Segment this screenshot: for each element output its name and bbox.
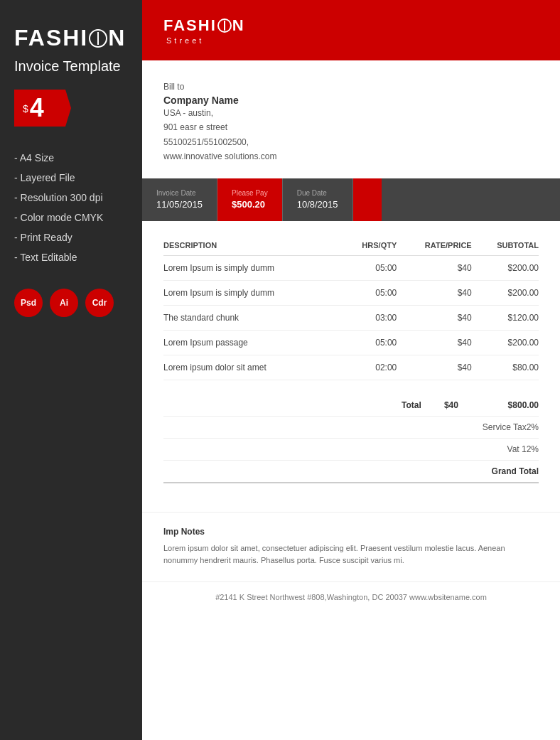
invoice-table: DESCRIPTION HRS/QTY RATE/PRICE SUBTOTAL … (163, 235, 539, 380)
vat-row: Vat 12% (163, 438, 539, 460)
due-date-label: Due Date (297, 189, 338, 197)
vat-label: Vat 12% (370, 438, 539, 460)
left-panel: FASHI N Invoice Template $ 4 A4 Size Lay… (0, 0, 142, 740)
col-subtotal: SUBTOTAL (472, 235, 539, 256)
total-label: Total (370, 395, 421, 417)
brand-name-part1: FASHI (14, 25, 88, 51)
invoice-header-bar: FASHI N Street (142, 0, 560, 60)
row1-rate: $40 (397, 255, 471, 280)
row4-rate: $40 (397, 330, 471, 355)
invoice-brand-subtitle: Street (166, 36, 245, 45)
row2-subtotal: $200.00 (472, 280, 539, 305)
row5-subtotal: $80.00 (472, 355, 539, 380)
invoice-info-bar: Invoice Date 11/05/2015 Please Pay $500.… (142, 178, 560, 221)
col-hrs-qty: HRS/QTY (341, 235, 397, 256)
due-date-value: 10/8/2015 (297, 199, 338, 210)
please-pay-field: Please Pay $500.20 (217, 178, 283, 221)
bill-to-details: USA - austin, 901 easr e street 55100251… (163, 106, 539, 164)
footer-address: #2141 K Street Northwest #808,Washington… (215, 593, 487, 601)
table-row: Lorem Ipsum passage 05:00 $40 $200.00 (163, 330, 539, 355)
invoice-table-section: DESCRIPTION HRS/QTY RATE/PRICE SUBTOTAL … (142, 221, 560, 395)
address-line2: 901 easr e street (163, 120, 539, 134)
total-subtotal: $800.00 (458, 395, 539, 417)
brand-name: FASHI N (14, 25, 128, 51)
table-row: Lorem Ipsum is simply dumm 05:00 $40 $20… (163, 255, 539, 280)
feature-printready: Print Ready (14, 227, 128, 247)
feature-layered: Layered File (14, 168, 128, 188)
invoice-date-value: 11/05/2015 (156, 199, 203, 210)
price-badge: $ 4 (14, 90, 71, 127)
notes-title: Imp Notes (163, 527, 539, 537)
service-tax-label: Service Tax2% (370, 416, 539, 438)
brand-icon (89, 29, 107, 48)
invoice-info-fields: Invoice Date 11/05/2015 Please Pay $500.… (142, 178, 382, 221)
feature-resolution: Resolution 300 dpi (14, 188, 128, 208)
row4-hrs: 05:00 (341, 330, 397, 355)
feature-colormode: Color mode CMYK (14, 208, 128, 227)
row2-hrs: 05:00 (341, 280, 397, 305)
row5-hrs: 02:00 (341, 355, 397, 380)
invoice-date-label: Invoice Date (156, 189, 203, 197)
brand-name-part2: N (108, 25, 126, 51)
feature-a4size: A4 Size (14, 148, 128, 168)
row2-desc: Lorem Ipsum is simply dumm (163, 280, 341, 305)
info-bar-red-accent (353, 178, 382, 221)
format-ai[interactable]: Ai (50, 289, 78, 317)
please-pay-label: Please Pay (232, 189, 268, 197)
totals-table: Total $40 $800.00 Service Tax2% Vat 12% … (163, 395, 539, 483)
row2-rate: $40 (397, 280, 471, 305)
billing-section: Bill to Company Name USA - austin, 901 e… (142, 60, 560, 178)
row1-desc: Lorem Ipsum is simply dumm (163, 255, 341, 280)
format-psd[interactable]: Psd (14, 289, 43, 317)
total-rate: $40 (421, 395, 458, 417)
format-badges: Psd Ai Cdr (14, 289, 128, 317)
row4-desc: Lorem Ipsum passage (163, 330, 341, 355)
invoice-date-field: Invoice Date 11/05/2015 (142, 178, 217, 221)
due-date-field: Due Date 10/8/2015 (283, 178, 353, 221)
row3-hrs: 03:00 (341, 305, 397, 330)
template-title: Invoice Template (14, 57, 128, 75)
row5-rate: $40 (397, 355, 471, 380)
row4-subtotal: $200.00 (472, 330, 539, 355)
invoice-brand-icon (217, 18, 232, 33)
bill-to-company: Company Name (163, 95, 539, 106)
row5-desc: Lorem ipsum dolor sit amet (163, 355, 341, 380)
price-amount: 4 (30, 95, 44, 121)
address-line4: www.innovative solutions.com (163, 149, 539, 163)
please-pay-value: $500.20 (232, 199, 268, 210)
format-cdr[interactable]: Cdr (85, 289, 114, 317)
row3-desc: The standard chunk (163, 305, 341, 330)
invoice-footer: #2141 K Street Northwest #808,Washington… (142, 581, 560, 612)
features-list: A4 Size Layered File Resolution 300 dpi … (14, 148, 128, 267)
feature-texteditable: Text Editable (14, 247, 128, 267)
invoice-brand-name: FASHI N (163, 16, 245, 35)
invoice-brand-part1: FASHI (163, 16, 217, 35)
notes-section: Imp Notes Lorem ipsum dolor sit amet, co… (142, 512, 560, 581)
row3-rate: $40 (397, 305, 471, 330)
total-row: Total $40 $800.00 (163, 395, 539, 417)
invoice-panel: FASHI N Street Bill to Company Name USA … (142, 0, 560, 740)
row1-hrs: 05:00 (341, 255, 397, 280)
col-description: DESCRIPTION (163, 235, 341, 256)
row3-subtotal: $120.00 (472, 305, 539, 330)
col-rate-price: RATE/PRICE (397, 235, 471, 256)
table-row: Lorem ipsum dolor sit amet 02:00 $40 $80… (163, 355, 539, 380)
grand-total-row: Grand Total (163, 460, 539, 483)
totals-section: Total $40 $800.00 Service Tax2% Vat 12% … (142, 395, 560, 498)
brand-logo: FASHI N (14, 25, 128, 51)
service-tax-row: Service Tax2% (163, 416, 539, 438)
grand-total-label: Grand Total (370, 460, 539, 483)
row1-subtotal: $200.00 (472, 255, 539, 280)
invoice-brand: FASHI N Street (163, 16, 245, 45)
address-line1: USA - austin, (163, 106, 539, 120)
table-row: Lorem Ipsum is simply dumm 05:00 $40 $20… (163, 280, 539, 305)
address-line3: 55100251/551002500, (163, 135, 539, 149)
notes-text: Lorem ipsum dolor sit amet, consectetuer… (163, 542, 539, 567)
table-row: The standard chunk 03:00 $40 $120.00 (163, 305, 539, 330)
invoice-brand-part2: N (232, 16, 245, 35)
bill-to-label: Bill to (163, 82, 539, 92)
price-currency: $ (23, 103, 28, 114)
